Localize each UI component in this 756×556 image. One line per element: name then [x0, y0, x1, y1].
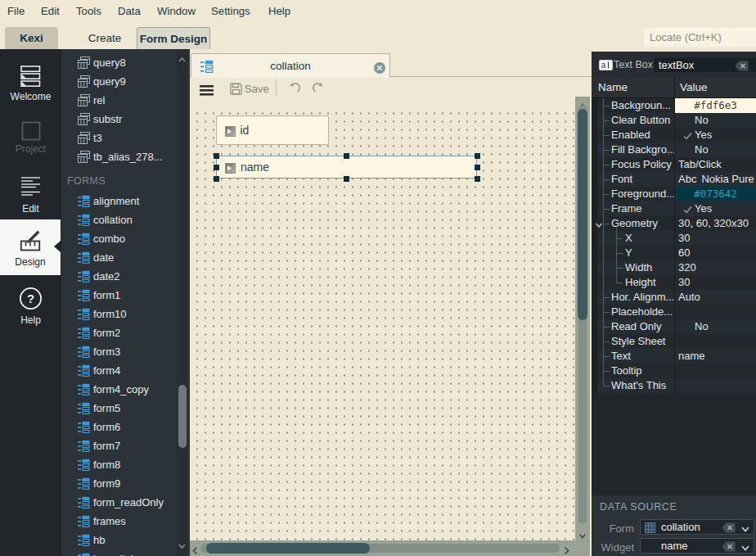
form-canvas[interactable]: id name [190, 109, 575, 541]
menu-file[interactable]: File [7, 0, 25, 23]
navigator-item-substr[interactable]: substr [61, 110, 176, 129]
navigator-item-query9[interactable]: query9 [61, 72, 176, 91]
sidebar-item-project[interactable]: Project [0, 120, 61, 163]
sidebar-item-welcome[interactable]: Welcome [0, 66, 61, 108]
chevron-down-icon[interactable] [740, 541, 751, 550]
clear-input-icon[interactable] [735, 60, 747, 70]
navigator-item-combo[interactable]: combo [61, 229, 176, 248]
property-value[interactable]: Yes [675, 201, 756, 216]
menu-window[interactable]: Window [157, 0, 196, 23]
tab-form-design[interactable]: Form Design [137, 27, 210, 49]
navigator-item-collation[interactable]: collation [61, 210, 176, 229]
menu-data[interactable]: Data [118, 0, 141, 23]
redo-button[interactable] [313, 81, 326, 94]
navigator-item-form2[interactable]: form2 [61, 323, 176, 342]
navigator-item-form4[interactable]: form4 [61, 361, 176, 380]
navigator-item-form_readOnly[interactable]: form_readOnly [61, 493, 176, 512]
row-gutter [592, 113, 597, 128]
property-value[interactable]: 30, 60, 320x30 [675, 216, 756, 231]
navigator-item-form1[interactable]: form1 [61, 286, 176, 305]
property-value[interactable]: No [675, 113, 756, 128]
navigator-item-frames[interactable]: frames [61, 512, 176, 531]
property-value-color[interactable]: #fdf6e3 [675, 98, 756, 113]
navigator-item-tb_alias_278...[interactable]: tb_alias_278... [61, 147, 176, 166]
property-value[interactable]: 320 [675, 260, 756, 275]
canvas-vscroll-thumb[interactable] [578, 109, 587, 320]
scroll-left-icon[interactable] [191, 544, 199, 556]
navigator-item-rel[interactable]: rel [61, 91, 176, 110]
property-value[interactable] [675, 364, 756, 378]
property-value-color[interactable]: #073642 [675, 187, 756, 201]
clear-combo-icon[interactable] [722, 522, 736, 532]
property-value[interactable]: No [675, 142, 756, 157]
scroll-up-icon[interactable] [177, 54, 187, 66]
scroll-down-icon[interactable] [177, 540, 187, 552]
locate-search-input[interactable]: Locate (Ctrl+K) [644, 28, 756, 47]
tab-kexi[interactable]: Kexi [5, 27, 58, 49]
navigator-item-label: hb [93, 531, 105, 549]
menu-edit[interactable]: Edit [41, 0, 60, 23]
scroll-right-icon[interactable] [563, 544, 570, 556]
navigator-item-form10[interactable]: form10 [61, 305, 176, 323]
tab-create[interactable]: Create [78, 27, 132, 49]
form-combo[interactable]: collation [640, 519, 754, 535]
form-icon [78, 270, 90, 283]
property-value[interactable]: 30 [675, 231, 756, 246]
widget-combo[interactable]: name [640, 538, 754, 554]
canvas-horizontal-scrollbar[interactable] [190, 540, 590, 556]
property-value[interactable]: 30 [675, 275, 756, 290]
chevron-down-icon[interactable] [740, 522, 751, 531]
selection-handle[interactable] [475, 176, 480, 182]
sidebar-item-design[interactable]: Design [0, 219, 61, 275]
property-value[interactable] [675, 305, 756, 319]
property-value[interactable]: Yes [675, 128, 756, 142]
navigator-item-hyperlink[interactable]: hyperlink [61, 549, 176, 556]
undo-button[interactable] [287, 81, 300, 94]
property-value[interactable]: Auto [675, 290, 756, 305]
navigator-item-label: tb_alias_278... [93, 147, 163, 166]
property-value-font[interactable]: AbcNokia Pure Text [675, 172, 756, 187]
navigator-item-hb[interactable]: hb [61, 531, 176, 549]
selection-handle[interactable] [214, 165, 219, 170]
navigator-scrollbar[interactable] [177, 49, 187, 556]
property-value[interactable]: 60 [675, 246, 756, 260]
tree-branch [616, 268, 623, 269]
navigator-item-form4_copy[interactable]: form4_copy [61, 380, 176, 399]
property-value[interactable]: name [675, 349, 756, 364]
sidebar-item-help[interactable]: ?Help [0, 287, 61, 329]
navigator-item-form5[interactable]: form5 [61, 399, 176, 418]
menu-help[interactable]: Help [268, 0, 290, 23]
navigator-item-form3[interactable]: form3 [61, 342, 176, 361]
selection-handle[interactable] [344, 176, 349, 182]
clear-combo-icon[interactable] [722, 540, 736, 551]
selection-handle[interactable] [214, 176, 219, 182]
selection-handle[interactable] [475, 153, 480, 159]
selection-handle[interactable] [214, 153, 219, 159]
navigator-item-date2[interactable]: date2 [61, 267, 176, 286]
navigator-item-query8[interactable]: query8 [61, 53, 176, 72]
property-value[interactable] [675, 334, 756, 349]
navigator-item-form7[interactable]: form7 [61, 436, 176, 455]
navigator-item-form8[interactable]: form8 [61, 455, 176, 474]
property-value[interactable]: No [675, 319, 756, 334]
sidebar-item-edit[interactable]: Edit [0, 176, 61, 219]
property-value[interactable] [675, 378, 756, 393]
navigator-scroll-thumb[interactable] [178, 385, 187, 448]
document-tab-collation[interactable]: collation [191, 53, 390, 78]
canvas-hscroll-thumb[interactable] [206, 543, 370, 554]
navigator-item-label: form10 [93, 305, 126, 323]
textbox-widget-id[interactable]: id [216, 115, 329, 145]
close-tab-button[interactable] [374, 62, 385, 74]
canvas-vertical-scrollbar[interactable] [575, 97, 590, 556]
selection-handle[interactable] [475, 165, 480, 170]
navigator-item-date[interactable]: date [61, 248, 176, 267]
property-value[interactable]: Tab/Click [675, 157, 756, 172]
menu-settings[interactable]: Settings [211, 0, 250, 23]
menu-tools[interactable]: Tools [76, 0, 101, 23]
navigator-item-alignment[interactable]: alignment [61, 192, 176, 210]
navigator-item-form9[interactable]: form9 [61, 474, 176, 493]
navigator-item-form6[interactable]: form6 [61, 418, 176, 436]
navigator-item-t3[interactable]: t3 [61, 129, 176, 147]
hamburger-menu-icon[interactable] [200, 84, 214, 95]
selection-handle[interactable] [344, 153, 349, 159]
